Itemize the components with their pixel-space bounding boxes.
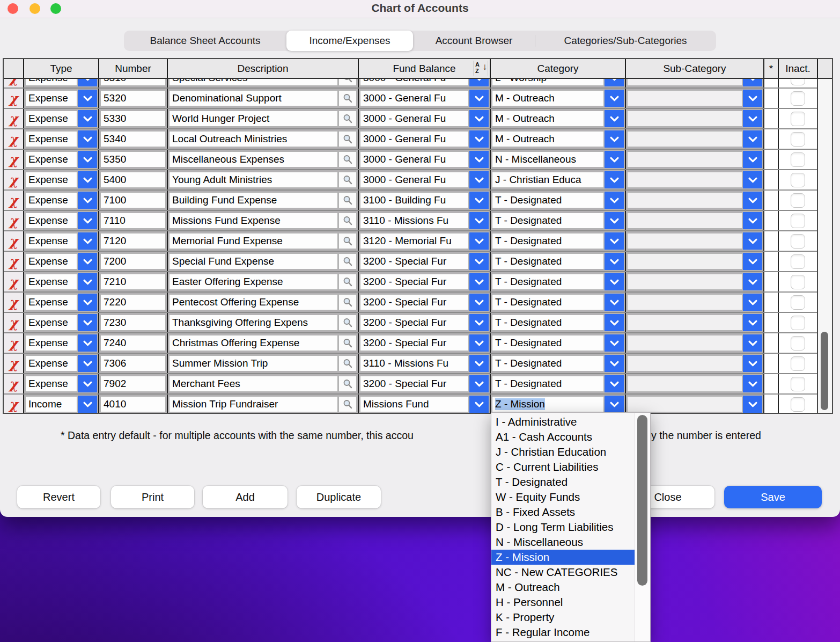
fund-balance-field[interactable]: 3200 - Special Fur xyxy=(360,253,469,269)
sub-category-field[interactable] xyxy=(627,172,742,188)
fund-balance-field[interactable]: 3200 - Special Fur xyxy=(360,315,469,331)
category-field[interactable]: M - Outreach xyxy=(492,90,604,106)
lookup-button[interactable] xyxy=(338,315,357,331)
fund-balance-field[interactable]: 3200 - Special Fur xyxy=(360,376,469,392)
fund-balance-field[interactable]: 3000 - General Fu xyxy=(360,151,469,167)
inactive-checkbox[interactable] xyxy=(791,173,805,187)
sub-category-dropdown-button[interactable] xyxy=(743,396,762,413)
inactive-checkbox[interactable] xyxy=(791,91,805,106)
table-scrollbar-thumb[interactable] xyxy=(821,332,828,410)
number-field[interactable]: 5320 xyxy=(100,90,166,106)
dropdown-scrollbar-thumb[interactable] xyxy=(637,415,647,586)
category-dropdown-button[interactable] xyxy=(605,79,624,86)
sub-category-dropdown-button[interactable] xyxy=(743,171,762,188)
dropdown-option[interactable]: D - Long Term Liabilities xyxy=(491,520,635,535)
description-field[interactable]: Easter Offering Expense xyxy=(169,274,338,290)
tab-account-browser[interactable]: Account Browser xyxy=(413,31,535,51)
inactive-checkbox[interactable] xyxy=(791,193,805,208)
sub-category-dropdown-button[interactable] xyxy=(743,355,762,372)
revert-button[interactable]: Revert xyxy=(17,486,100,508)
dropdown-option[interactable]: Z - Mission xyxy=(491,550,635,565)
sub-category-dropdown-button[interactable] xyxy=(743,294,762,311)
sub-category-field[interactable] xyxy=(627,79,742,86)
print-button[interactable]: Print xyxy=(111,486,194,508)
dropdown-scrollbar[interactable] xyxy=(635,413,650,641)
number-field[interactable]: 5310 xyxy=(100,79,166,86)
number-field[interactable]: 7210 xyxy=(100,274,166,290)
category-field[interactable]: T - Designated xyxy=(492,355,604,371)
dropdown-option[interactable]: N - Miscellaneous xyxy=(491,535,635,550)
number-field[interactable]: 7200 xyxy=(100,253,166,269)
inactive-checkbox[interactable] xyxy=(791,295,805,310)
category-field[interactable]: T - Designated xyxy=(492,376,604,392)
category-dropdown-button[interactable] xyxy=(605,334,624,352)
inactive-checkbox[interactable] xyxy=(791,132,805,147)
description-field[interactable]: Merchant Fees xyxy=(169,376,338,392)
category-dropdown-button[interactable] xyxy=(605,192,624,209)
fund-balance-dropdown-button[interactable] xyxy=(469,110,489,127)
description-field[interactable]: Special Services xyxy=(169,79,338,86)
category-dropdown-button[interactable] xyxy=(605,171,624,188)
sub-category-dropdown-button[interactable] xyxy=(743,314,762,331)
category-dropdown-button[interactable] xyxy=(605,110,624,127)
fund-balance-field[interactable]: 3110 - Missions Fu xyxy=(360,213,469,229)
sub-category-dropdown-button[interactable] xyxy=(743,212,762,229)
sub-category-field[interactable] xyxy=(627,253,742,269)
sub-category-field[interactable] xyxy=(627,294,742,310)
sub-category-dropdown-button[interactable] xyxy=(743,79,762,86)
fund-balance-dropdown-button[interactable] xyxy=(469,253,489,270)
delete-row-icon[interactable]: χ xyxy=(9,235,18,248)
delete-row-icon[interactable]: χ xyxy=(9,255,18,268)
type-field[interactable]: Expense xyxy=(25,274,77,290)
sub-category-field[interactable] xyxy=(627,213,742,229)
description-field[interactable]: World Hunger Project xyxy=(169,111,338,127)
lookup-button[interactable] xyxy=(338,79,357,86)
dropdown-option[interactable]: H - Personnel xyxy=(491,595,635,610)
delete-row-icon[interactable]: χ xyxy=(9,153,18,166)
number-field[interactable]: 7220 xyxy=(100,294,166,310)
delete-row-icon[interactable]: χ xyxy=(9,194,18,207)
type-dropdown-button[interactable] xyxy=(78,294,97,311)
number-field[interactable]: 7240 xyxy=(100,335,166,351)
inactive-checkbox[interactable] xyxy=(791,316,805,330)
sub-category-dropdown-button[interactable] xyxy=(743,334,762,352)
delete-row-icon[interactable]: χ xyxy=(9,296,18,309)
dropdown-option[interactable]: T - Designated xyxy=(491,475,635,490)
tab-balance-sheet-accounts[interactable]: Balance Sheet Accounts xyxy=(124,31,286,51)
delete-row-icon[interactable]: χ xyxy=(9,337,18,350)
description-field[interactable]: Denominational Support xyxy=(169,90,338,106)
category-dropdown-button[interactable] xyxy=(605,294,624,311)
number-field[interactable]: 7306 xyxy=(100,355,166,371)
fund-balance-field[interactable]: 3200 - Special Fur xyxy=(360,294,469,310)
fund-balance-dropdown-button[interactable] xyxy=(469,90,489,107)
delete-row-icon[interactable]: χ xyxy=(9,92,18,105)
category-field[interactable]: L - Worship xyxy=(492,79,604,86)
description-field[interactable]: Local Outreach Ministries xyxy=(169,131,338,147)
sub-category-field[interactable] xyxy=(627,274,742,290)
type-dropdown-button[interactable] xyxy=(78,273,97,290)
category-dropdown-button[interactable] xyxy=(605,212,624,229)
fund-balance-field[interactable]: 3120 - Memorial Fu xyxy=(360,233,469,249)
number-field[interactable]: 7902 xyxy=(100,376,166,392)
inactive-checkbox[interactable] xyxy=(791,275,805,289)
category-field[interactable]: J - Christian Educa xyxy=(492,172,604,188)
lookup-button[interactable] xyxy=(338,355,357,371)
type-dropdown-button[interactable] xyxy=(78,375,97,392)
description-field[interactable]: Building Fund Expense xyxy=(169,192,338,208)
category-field[interactable]: T - Designated xyxy=(492,335,604,351)
delete-row-icon[interactable]: χ xyxy=(9,79,18,85)
type-dropdown-button[interactable] xyxy=(78,232,97,250)
fund-balance-dropdown-button[interactable] xyxy=(469,375,489,392)
delete-row-icon[interactable]: χ xyxy=(9,377,18,391)
sub-category-dropdown-button[interactable] xyxy=(743,110,762,127)
dropdown-option[interactable]: J - Christian Education xyxy=(491,444,635,459)
category-field[interactable]: T - Designated xyxy=(492,274,604,290)
dropdown-option[interactable]: F - Regular Income xyxy=(491,625,635,640)
delete-row-icon[interactable]: χ xyxy=(9,214,18,228)
type-field[interactable]: Expense xyxy=(25,315,77,331)
dropdown-option[interactable]: K - Property xyxy=(491,610,635,625)
fund-balance-dropdown-button[interactable] xyxy=(469,171,489,188)
lookup-button[interactable] xyxy=(338,376,357,392)
inactive-checkbox[interactable] xyxy=(791,214,805,228)
tab-categories-sub-categories[interactable]: Categories/Sub-Categories xyxy=(535,31,716,51)
